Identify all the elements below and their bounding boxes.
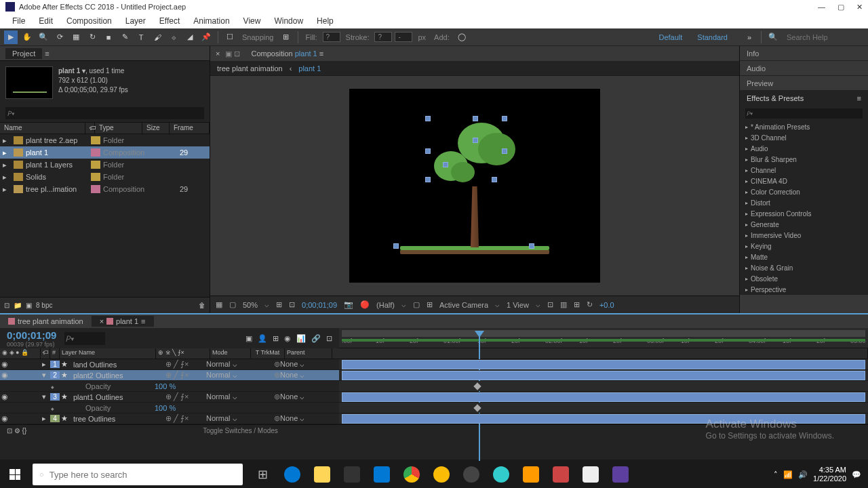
tl-toggle-icon[interactable]: ⊡ ⚙ {} (7, 427, 26, 434)
effect-category[interactable]: 3D Channel (740, 132, 868, 143)
trash-icon[interactable]: 🗑 (199, 302, 205, 309)
orbit-tool[interactable]: ⟳ (53, 30, 66, 44)
comp-tab-label[interactable]: Composition plant 1 ≡ (246, 48, 330, 59)
taskbar-search[interactable]: ○ (33, 464, 243, 485)
work-area[interactable] (342, 339, 865, 342)
menu-layer[interactable]: Layer (119, 16, 153, 26)
shy-icon[interactable]: 👤 (258, 334, 267, 343)
selection-handle[interactable] (502, 116, 507, 121)
interpret-icon[interactable]: ⊡ (4, 302, 9, 309)
selection-handle[interactable] (425, 177, 431, 182)
snapping-check[interactable]: ☐ (223, 30, 237, 44)
edge-icon[interactable] (278, 461, 307, 488)
project-item[interactable]: ▸tree pl...imationComposition29 (0, 183, 210, 195)
effect-category[interactable]: Blur & Sharpen (740, 154, 868, 165)
effect-category[interactable]: Audio (740, 143, 868, 154)
aftereffects-icon[interactable] (606, 461, 635, 488)
effect-category[interactable]: Color Correction (740, 186, 868, 197)
app-icon[interactable] (547, 461, 575, 488)
pixel-ar-icon[interactable]: ⊡ (547, 300, 553, 309)
brainstorm-icon[interactable]: ⊡ (326, 334, 332, 343)
brush-tool[interactable]: 🖌 (151, 30, 164, 44)
effects-search-input[interactable] (745, 108, 863, 119)
timeline-icon[interactable]: ▥ (560, 300, 567, 309)
menu-view[interactable]: View (237, 16, 268, 26)
selection-handle[interactable] (425, 116, 431, 121)
motion-blur-icon[interactable]: ◉ (284, 334, 291, 343)
timeline-property[interactable]: ⬥Opacity100 % (0, 381, 868, 392)
new-folder-icon[interactable]: 📁 (14, 302, 22, 309)
menu-animation[interactable]: Animation (186, 16, 236, 26)
exposure-value[interactable]: +0.0 (599, 301, 614, 309)
view-dropdown[interactable]: 1 View (507, 301, 529, 309)
workspace-standard[interactable]: Standard (697, 33, 728, 41)
timeline-timecode[interactable]: 0;00;01;09 (7, 329, 56, 341)
timeline-ruler[interactable]: :00f10f20f01:00f10f20f02:00f10f20f03:00f… (339, 328, 868, 348)
roi-icon[interactable]: ▢ (413, 300, 420, 309)
mail-icon[interactable] (368, 461, 396, 488)
selection-tool[interactable]: ▶ (4, 30, 18, 44)
app-icon[interactable] (457, 461, 486, 488)
camera-dropdown[interactable]: Active Camera (439, 301, 488, 309)
effect-category[interactable]: Noise & Grain (740, 262, 868, 273)
breadcrumb-parent[interactable]: tree plant animation (217, 64, 283, 73)
notifications-icon[interactable]: 💬 (852, 470, 861, 479)
volume-icon[interactable]: 🔊 (798, 470, 808, 479)
frame-blend-icon[interactable]: ⊞ (273, 334, 279, 343)
illustrator-icon[interactable] (517, 461, 545, 488)
effect-category[interactable]: Matte (740, 251, 868, 262)
flowchart-icon[interactable]: ⊞ (574, 300, 580, 309)
new-comp-icon[interactable]: ▣ (26, 302, 32, 309)
stroke-width[interactable]: - (395, 32, 412, 42)
start-button[interactable] (0, 461, 30, 488)
snapshot-icon[interactable]: 📷 (344, 300, 353, 309)
snap-mode-icon[interactable]: ⊞ (279, 30, 293, 44)
effect-category[interactable]: Expression Controls (740, 208, 868, 219)
fast-preview-icon[interactable]: ⊡ (289, 300, 295, 309)
pen-tool[interactable]: ✎ (118, 30, 132, 44)
audio-panel-header[interactable]: Audio (740, 61, 868, 76)
menu-edit[interactable]: Edit (32, 16, 60, 26)
camera-tool[interactable]: ▦ (69, 30, 83, 44)
selection-handle[interactable] (393, 243, 399, 249)
effect-category[interactable]: CINEMA 4D (740, 176, 868, 186)
stroke-swatch[interactable]: ? (374, 32, 392, 42)
project-search-input[interactable] (5, 107, 204, 119)
puppet-tool[interactable]: 📌 (199, 30, 213, 44)
timeline-tab[interactable]: × plant 1 ≡ (92, 316, 154, 327)
taskbar-search-input[interactable] (50, 470, 236, 480)
project-thumbnail[interactable] (5, 66, 53, 99)
breadcrumb-back-icon[interactable]: ‹ (290, 64, 292, 73)
canvas[interactable] (349, 89, 600, 283)
playhead[interactable] (475, 328, 484, 348)
comp-time[interactable]: 0;00;01;09 (302, 301, 337, 309)
zoom-tool[interactable]: 🔍 (37, 30, 50, 44)
timeline-layer[interactable]: ◉▾2★plant2 Outlines⊕ ╱ ⨍×Normal ⌵⊚None ⌵ (0, 370, 868, 381)
reset-exposure-icon[interactable]: ↻ (587, 300, 593, 309)
rotobrush-tool[interactable]: ↻ (85, 30, 99, 44)
network-icon[interactable]: 📶 (783, 470, 793, 479)
project-item[interactable]: ▸plant tree 2.aepFolder (0, 134, 210, 146)
draft-3d-icon[interactable]: 🔗 (311, 334, 321, 343)
menu-help[interactable]: Help (310, 16, 340, 26)
menu-composition[interactable]: Composition (60, 16, 119, 26)
project-menu-icon[interactable]: ≡ (45, 49, 49, 58)
info-panel-header[interactable]: Info (740, 46, 868, 61)
eraser-tool[interactable]: ◢ (183, 30, 197, 44)
graph-editor-icon[interactable]: 📊 (296, 334, 306, 343)
app-icon[interactable] (576, 461, 605, 488)
res-dropdown[interactable]: (Half) (376, 301, 395, 309)
toggle-safe-icon[interactable]: ▢ (229, 300, 236, 309)
project-tab[interactable]: Project (5, 48, 42, 59)
app-icon[interactable] (487, 461, 515, 488)
menu-effect[interactable]: Effect (153, 16, 186, 26)
effect-category[interactable]: Distort (740, 197, 868, 208)
canary-icon[interactable] (427, 461, 456, 488)
selection-handle[interactable] (425, 148, 431, 154)
effect-category[interactable]: Channel (740, 165, 868, 176)
toggle-switches-button[interactable]: Toggle Switches / Modes (203, 427, 278, 434)
timeline-search-input[interactable] (64, 332, 105, 345)
preview-panel-header[interactable]: Preview (740, 76, 868, 91)
project-item[interactable]: ▸plant 1Composition29 (0, 146, 210, 159)
zoom-level[interactable]: 50% (243, 301, 258, 309)
